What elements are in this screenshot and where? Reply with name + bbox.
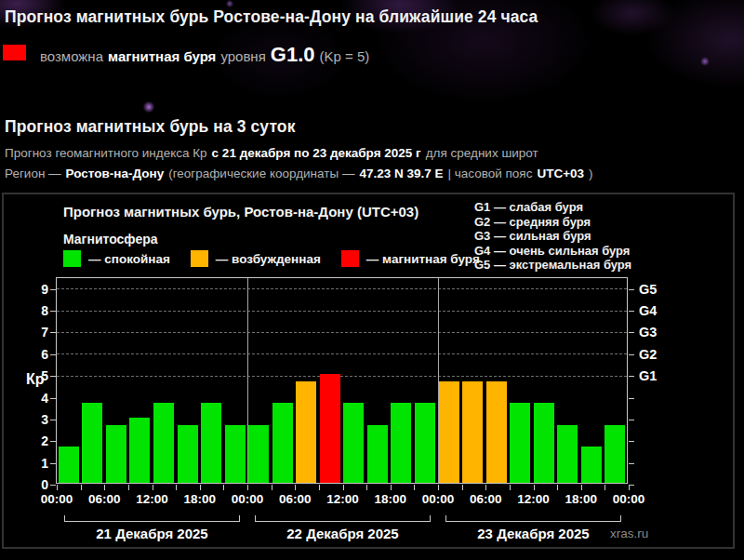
kp-bar [296, 381, 316, 483]
time-label: 00:00 [422, 492, 455, 506]
y-tick-left [50, 441, 56, 442]
y-tick-label: 0 [23, 477, 48, 492]
kp-bar [367, 425, 388, 483]
time-label: 00:00 [41, 492, 73, 506]
time-tick [176, 485, 177, 490]
region-mid2: | часовой пояс [448, 167, 533, 180]
state-legend-label: — спокойная [88, 252, 170, 266]
storm-level-value: G1.0 [271, 43, 315, 67]
watermark: xras.ru [610, 527, 648, 540]
time-label: 06:00 [470, 492, 502, 506]
bars-container [57, 278, 627, 483]
time-tick [128, 485, 129, 490]
y-tick-left [50, 332, 56, 333]
y-tick-left [50, 376, 56, 377]
time-tick [510, 485, 511, 490]
time-label: 12:00 [136, 492, 168, 506]
state-legend-item: — возбужденная [191, 250, 321, 267]
g-axis-label: G2 [639, 347, 657, 362]
time-label: 12:00 [517, 492, 550, 506]
bar-slot [128, 418, 153, 483]
g-axis-label: G5 [639, 282, 657, 297]
state-legend: — спокойная— возбужденная— магнитная бур… [63, 250, 480, 267]
kp-bar [82, 403, 102, 483]
y-tick-right [629, 332, 634, 333]
region-close: ) [589, 167, 593, 180]
kp-bar [462, 381, 483, 483]
time-tick [534, 485, 535, 490]
day-bracket [445, 515, 621, 522]
y-tick-right [629, 354, 634, 355]
y-tick-label: 5 [23, 368, 48, 383]
region-timezone: UTC+03 [537, 167, 584, 180]
bar-slot [104, 425, 128, 483]
kp-bar [272, 403, 293, 483]
kp-bar [510, 403, 530, 483]
y-tick-right [629, 441, 634, 442]
day-cell: 23 Декабря 2025 [445, 515, 621, 541]
kp-bar [201, 403, 221, 483]
time-tick [414, 485, 415, 490]
page-title-24h: Прогноз магнитных бурь Ростове-на-Дону н… [5, 7, 538, 27]
kp-bar [59, 447, 79, 483]
time-label: 12:00 [326, 492, 359, 506]
time-tick [581, 485, 582, 490]
y-tick-label: 4 [23, 391, 48, 406]
y-tick-right [629, 463, 634, 464]
day-bracket [64, 515, 240, 522]
region-pre: Регион — [5, 167, 61, 180]
g-scale-legend: G1 — слабая буряG2 — средняя буряG3 — си… [474, 200, 631, 273]
day-label: 22 Декабря 2025 [255, 526, 431, 541]
storm-level-swatch [3, 45, 26, 60]
y-tick-right [629, 398, 634, 399]
day-label: 21 Декабря 2025 [64, 526, 240, 541]
y-tick-left [50, 420, 56, 420]
time-tick [57, 485, 58, 490]
y-tick-left [50, 485, 56, 486]
time-tick [319, 485, 320, 490]
bar-slot [604, 425, 628, 483]
bar-slot [176, 425, 200, 483]
time-tick [104, 485, 105, 490]
time-label: 06:00 [88, 492, 121, 506]
bar-slot [199, 403, 223, 483]
subtitle-index-pre: Прогноз геомагнитного индекса Кр [5, 146, 207, 160]
state-legend-label: — магнитная буря [366, 252, 480, 266]
kp-bar [320, 374, 340, 483]
y-tick-label: 3 [23, 412, 48, 427]
day-separator [247, 278, 248, 483]
time-tick [366, 485, 367, 490]
state-legend-item: — спокойная [63, 250, 170, 267]
subtitle-index-dates: с 21 декабря по 23 декабря 2025 г [212, 146, 421, 160]
bar-slot [318, 374, 342, 483]
time-tick [200, 485, 201, 490]
subtitle-region: Регион — Ростов-на-Дону (географические … [5, 167, 593, 180]
time-tick [343, 485, 344, 490]
y-tick-right [629, 289, 634, 290]
bar-slot [532, 403, 556, 483]
y-tick-right [629, 311, 634, 312]
legend-storm-text: магнитная буря [108, 48, 216, 64]
bar-slot [223, 425, 247, 483]
bar-slot [508, 403, 532, 483]
time-label: 18:00 [565, 492, 597, 506]
day-bracket [255, 515, 431, 522]
time-tick [557, 485, 558, 490]
bar-slot [555, 425, 579, 483]
time-label: 06:00 [279, 492, 312, 506]
bar-slot [437, 381, 461, 483]
kp-bar [106, 425, 126, 483]
storm-swatch [341, 250, 359, 267]
bar-slot [460, 381, 485, 483]
kp-bar [486, 381, 507, 483]
kp-bar [129, 418, 150, 483]
y-tick-left [50, 354, 56, 355]
quiet-swatch [63, 250, 81, 267]
time-tick [81, 485, 82, 490]
y-tick-label: 7 [23, 325, 48, 340]
time-tick [604, 485, 605, 490]
day-label: 23 Декабря 2025 [445, 526, 621, 541]
legend-kp-value: (Kp = 5) [319, 48, 369, 64]
bar-slot [365, 425, 390, 483]
y-tick-left [50, 463, 56, 464]
